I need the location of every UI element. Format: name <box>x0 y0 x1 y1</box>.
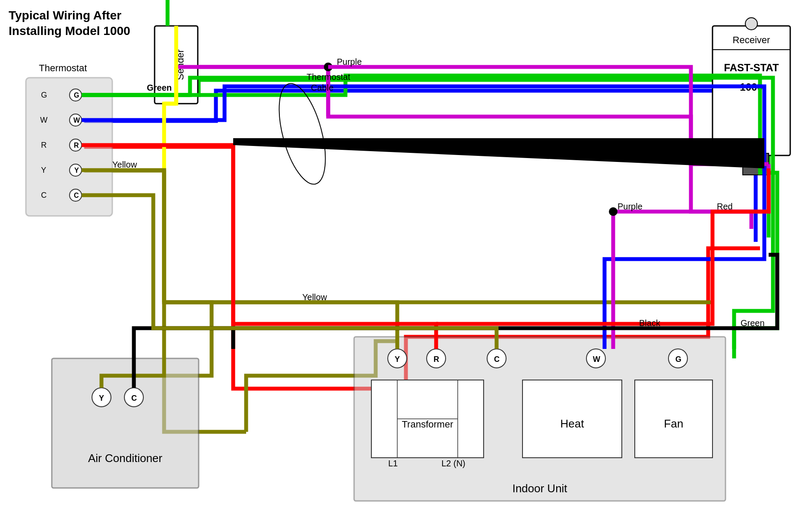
svg-text:Purple: Purple <box>618 202 643 211</box>
svg-text:Fan: Fan <box>664 417 684 430</box>
svg-text:Y: Y <box>41 166 46 174</box>
svg-text:Air Conditioner: Air Conditioner <box>88 452 162 465</box>
svg-text:C: C <box>41 191 47 200</box>
svg-text:Y: Y <box>99 394 104 402</box>
svg-text:Purple: Purple <box>337 57 362 66</box>
svg-text:L1: L1 <box>388 459 398 468</box>
svg-text:W: W <box>40 116 48 124</box>
svg-text:Indoor Unit: Indoor Unit <box>512 482 567 495</box>
svg-text:FAST-STAT: FAST-STAT <box>724 62 779 73</box>
svg-text:Green: Green <box>147 83 172 92</box>
svg-text:Thermostat: Thermostat <box>39 63 87 73</box>
svg-text:Yellow: Yellow <box>112 160 137 169</box>
svg-text:Y: Y <box>74 167 79 174</box>
diagram-container: Typical Wiring AfterInstalling Model 100… <box>0 0 798 532</box>
svg-text:R: R <box>74 142 79 149</box>
svg-text:L2 (N): L2 (N) <box>441 459 466 468</box>
svg-rect-28 <box>52 358 199 488</box>
svg-text:W: W <box>593 355 600 364</box>
svg-point-63 <box>609 207 618 216</box>
svg-text:C: C <box>131 394 137 402</box>
svg-text:R: R <box>41 141 47 149</box>
svg-text:Y: Y <box>395 355 400 364</box>
svg-text:Yellow: Yellow <box>302 292 327 302</box>
svg-text:R: R <box>434 355 439 364</box>
svg-text:G: G <box>41 91 47 99</box>
svg-text:Thermostat: Thermostat <box>307 72 351 82</box>
svg-text:Red: Red <box>717 202 733 211</box>
svg-text:G: G <box>675 355 681 364</box>
svg-point-25 <box>745 18 757 30</box>
svg-text:Transformer: Transformer <box>402 419 453 430</box>
svg-text:C: C <box>494 355 500 364</box>
svg-text:G: G <box>74 92 79 99</box>
svg-text:Receiver: Receiver <box>733 35 770 45</box>
svg-text:C: C <box>74 192 79 199</box>
svg-text:Cable: Cable <box>311 83 333 92</box>
svg-text:W: W <box>73 117 80 124</box>
svg-text:Heat: Heat <box>560 417 585 430</box>
svg-text:Black: Black <box>639 318 661 328</box>
